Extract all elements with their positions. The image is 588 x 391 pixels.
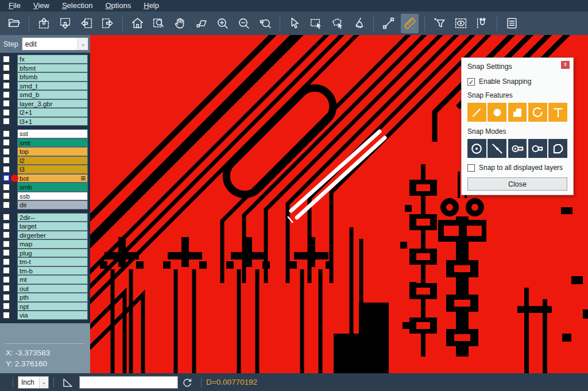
menu-item-options[interactable]: Options xyxy=(99,1,137,11)
pcb-canvas[interactable]: x Snap Settings ✓ Enable Snapping Snap F… xyxy=(90,35,588,373)
snap-circle-button[interactable] xyxy=(488,103,506,122)
zoom-out-button[interactable] xyxy=(235,14,253,33)
layer-row-l2[interactable]: l2 xyxy=(0,156,88,165)
layer-row-bfsmt[interactable]: bfsmt xyxy=(0,64,88,73)
enable-snapping-checkbox[interactable]: ✓ xyxy=(467,78,475,86)
layer-label-tm-t[interactable]: tm-t xyxy=(17,257,88,266)
refresh-icon[interactable] xyxy=(180,375,194,389)
dialog-close-icon[interactable]: x xyxy=(561,61,570,69)
rectangle-select-button[interactable] xyxy=(307,14,325,33)
layer-row-l2+1[interactable]: l2+1 xyxy=(0,108,88,117)
layer-row-npt[interactable]: npt xyxy=(0,302,88,311)
snap-mode-line-point-button[interactable] xyxy=(488,139,506,158)
layer-label-smt[interactable]: smt xyxy=(17,138,88,148)
layer-visibility-checkbox[interactable] xyxy=(3,157,10,164)
layer-row-smt[interactable]: smt xyxy=(0,138,88,148)
layer-row-plug[interactable]: plug xyxy=(0,249,88,258)
command-input[interactable] xyxy=(79,376,178,389)
layer-row-layer_3.gbr[interactable]: layer_3.gbr xyxy=(0,99,88,109)
snap-settings-button[interactable] xyxy=(473,14,491,33)
clear-selection-button[interactable] xyxy=(350,14,368,33)
layer-visibility-checkbox[interactable] xyxy=(3,214,10,220)
menu-item-file[interactable]: File xyxy=(2,1,27,11)
menu-item-selection[interactable]: Selection xyxy=(56,1,99,11)
layer-label-plug[interactable]: plug xyxy=(17,249,88,258)
layer-label-fx[interactable]: fx xyxy=(17,55,88,64)
menu-item-help[interactable]: Help xyxy=(137,1,165,11)
layer-visibility-checkbox[interactable] xyxy=(3,184,10,191)
layer-label-mt[interactable]: mt xyxy=(17,275,88,284)
layer-visibility-checkbox[interactable] xyxy=(3,202,10,208)
snap-text-button[interactable] xyxy=(548,103,567,122)
layer-visibility-checkbox[interactable] xyxy=(3,73,10,80)
zoom-area-button[interactable] xyxy=(192,14,210,33)
snap-mode-pad-center-button[interactable] xyxy=(508,139,527,158)
layer-visibility-checkbox[interactable] xyxy=(3,82,10,89)
measure-tool-button[interactable] xyxy=(401,14,419,33)
layer-row-fx[interactable]: fx xyxy=(0,55,88,64)
layer-row-l3[interactable]: l3 xyxy=(0,165,88,174)
snap-mode-contour-button[interactable] xyxy=(548,139,567,158)
layer-row-mt[interactable]: mt xyxy=(0,275,88,284)
layer-row-out[interactable]: out xyxy=(0,284,88,293)
layer-row-smd_b[interactable]: smd_b xyxy=(0,90,88,99)
layer-row-2dir--[interactable]: 2dir-- xyxy=(0,213,88,222)
layer-visibility-checkbox[interactable] xyxy=(3,258,10,265)
layer-visibility-checkbox[interactable] xyxy=(3,118,10,125)
layer-label-layer_3.gbr[interactable]: layer_3.gbr xyxy=(17,99,88,109)
snap-surface-button[interactable] xyxy=(508,103,527,122)
layer-row-l3+1[interactable]: l3+1 xyxy=(0,117,88,126)
layer-label-bfsmt[interactable]: bfsmt xyxy=(17,64,88,73)
layer-visibility-checkbox[interactable] xyxy=(3,285,10,292)
layer-label-target[interactable]: target xyxy=(17,222,88,231)
layer-visibility-checkbox[interactable] xyxy=(3,100,10,107)
layer-row-dir[interactable]: dir xyxy=(0,200,88,210)
measure-points-button[interactable] xyxy=(380,14,397,33)
pan-up-button[interactable] xyxy=(35,14,53,33)
layer-label-pth[interactable]: pth xyxy=(17,293,88,302)
menu-item-view[interactable]: View xyxy=(27,1,56,11)
layer-row-top[interactable]: top xyxy=(0,147,88,156)
layer-row-target[interactable]: target xyxy=(0,222,88,231)
pan-right-button[interactable] xyxy=(99,14,117,33)
layer-label-l2+1[interactable]: l2+1 xyxy=(17,108,88,117)
layer-label-l2[interactable]: l2 xyxy=(17,156,88,165)
layer-row-sst[interactable]: sst xyxy=(0,129,88,138)
chevron-down-icon[interactable]: ⌄ xyxy=(78,38,88,50)
zoom-home-button[interactable] xyxy=(129,14,146,33)
snap-line-button[interactable] xyxy=(467,103,486,122)
show-selection-button[interactable] xyxy=(452,14,470,33)
layer-row-dirgerber[interactable]: dirgerber xyxy=(0,231,88,240)
snap-mode-center-button[interactable] xyxy=(467,139,486,158)
pan-hand-button[interactable] xyxy=(171,14,189,33)
layer-visibility-checkbox[interactable] xyxy=(3,249,10,256)
layer-visibility-checkbox[interactable] xyxy=(3,148,10,155)
layer-label-smd_b[interactable]: smd_b xyxy=(17,90,88,99)
chevron-down-icon[interactable]: ⌄ xyxy=(39,377,48,388)
filter-button[interactable] xyxy=(431,14,448,33)
zoom-window-button[interactable] xyxy=(150,14,168,33)
select-cursor-button[interactable] xyxy=(286,14,304,33)
layer-label-tm-b[interactable]: tm-b xyxy=(17,266,88,276)
layer-visibility-checkbox[interactable] xyxy=(3,303,10,309)
layer-label-dir[interactable]: dir xyxy=(17,200,88,210)
layer-visibility-checkbox[interactable] xyxy=(3,130,10,137)
dialog-close-button[interactable]: Close xyxy=(467,177,567,191)
layer-label-bot[interactable]: bot⊞ xyxy=(17,174,88,183)
unit-select[interactable]: Inch ⌄ xyxy=(18,376,49,389)
layer-label-via[interactable]: via xyxy=(17,311,88,320)
layer-row-bot[interactable]: bot⊞ xyxy=(0,174,88,183)
layer-label-l3[interactable]: l3 xyxy=(17,165,88,174)
layer-row-tm-b[interactable]: tm-b xyxy=(0,266,88,276)
layer-visibility-checkbox[interactable] xyxy=(3,231,10,238)
layer-row-ssb[interactable]: ssb xyxy=(0,192,88,201)
layer-visibility-checkbox[interactable] xyxy=(3,139,10,146)
layer-label-out[interactable]: out xyxy=(17,284,88,293)
layer-visibility-checkbox[interactable] xyxy=(3,192,10,199)
layer-row-bfsmb[interactable]: bfsmb xyxy=(0,72,88,82)
layer-visibility-checkbox[interactable] xyxy=(3,241,10,247)
grid-icon[interactable]: ⊞ xyxy=(81,175,86,183)
layer-row-pth[interactable]: pth xyxy=(0,293,88,302)
snap-all-layers-checkbox[interactable] xyxy=(467,164,475,172)
open-file-button[interactable] xyxy=(5,14,23,33)
